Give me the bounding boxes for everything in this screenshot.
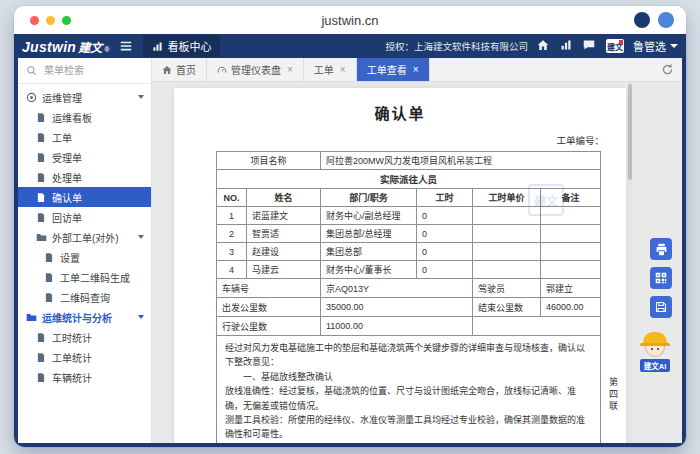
sidebar-item[interactable]: 处理单	[18, 167, 151, 187]
sidebar-item[interactable]: 工时统计	[18, 327, 151, 347]
sidebar-item[interactable]: 运维管理	[18, 87, 151, 107]
floating-toolbar	[650, 238, 672, 318]
scrollbar-thumb[interactable]	[628, 84, 632, 180]
doc-icon	[36, 112, 47, 123]
tabs-container: 首页管理仪表盘×工单×工单查看×	[152, 58, 430, 81]
folder-icon	[26, 312, 37, 323]
total-km-empty-cell	[473, 317, 601, 336]
total-km-row: 行驶公里数 11000.00	[217, 317, 601, 336]
sidebar-item[interactable]: 外部工单(对外)	[18, 227, 151, 247]
browser-actions	[634, 12, 686, 28]
doc-icon	[36, 152, 47, 163]
chevron-down-icon	[670, 44, 678, 48]
folder-icon	[36, 232, 47, 243]
end-km-value: 46000.00	[541, 298, 601, 317]
driver-value: 郭建立	[541, 279, 601, 298]
justwin-logo: Justwin 建文 ®	[22, 38, 109, 55]
sidebar-item-label: 受理单	[52, 150, 82, 165]
logo-registered-mark: ®	[104, 46, 109, 53]
tab-item[interactable]: 工单×	[304, 58, 357, 81]
url-text: justwin.cn	[14, 13, 686, 28]
personnel-column-header: 工时	[417, 189, 473, 207]
tab-close-icon[interactable]: ×	[413, 65, 419, 75]
logo-text-cn: 建文	[78, 38, 102, 55]
sidebar-item[interactable]: 确认单	[18, 187, 151, 207]
sidebar-item[interactable]: 设置	[18, 247, 151, 267]
ai-assistant-mascot[interactable]: 建文AI	[634, 332, 676, 372]
main-panel: 首页管理仪表盘×工单×工单查看× 确认单 工单编号：	[152, 58, 682, 443]
sidebar-item[interactable]: 二维码查询	[18, 287, 151, 307]
kanban-center-button[interactable]: 看板中心	[143, 35, 220, 57]
personnel-cell	[541, 261, 601, 279]
personnel-cell: 0	[417, 261, 473, 279]
sidebar-item-label: 运维看板	[52, 110, 92, 125]
tab-item[interactable]: 管理仪表盘×	[207, 58, 304, 81]
sidebar-item[interactable]: 车辆统计	[18, 367, 151, 387]
close-window-button[interactable]	[30, 16, 39, 25]
window-action-blue-button[interactable]	[658, 12, 674, 28]
window-action-dark-button[interactable]	[634, 12, 650, 28]
doc-icon	[44, 252, 55, 263]
tab-close-icon[interactable]: ×	[340, 65, 346, 75]
print-button[interactable]	[650, 238, 672, 260]
remark-line: 一、基础放线整改确认	[225, 370, 592, 384]
sidebar-item[interactable]: 运维看板	[18, 107, 151, 127]
sidebar-item-label: 工单	[52, 130, 72, 145]
dashboard-icon	[152, 41, 163, 52]
refresh-icon[interactable]	[661, 63, 674, 76]
home-icon[interactable]	[537, 39, 551, 53]
personnel-cell: 财务中心/董事长	[321, 261, 417, 279]
sidebar-item-label: 工单二维码生成	[60, 270, 130, 285]
menu-search-input[interactable]	[42, 64, 143, 77]
qrcode-button[interactable]	[650, 267, 672, 289]
sidebar-item[interactable]: 运维统计与分析	[18, 307, 151, 327]
personnel-cell: 0	[417, 225, 473, 243]
menu-search[interactable]	[18, 58, 151, 84]
vehicle-no-label: 车辆号	[217, 279, 321, 298]
start-km-value: 35000.00	[321, 298, 473, 317]
sidebar-item[interactable]: 工单	[18, 127, 151, 147]
sidebar-item[interactable]: 受理单	[18, 147, 151, 167]
remark-text: 经过对风力发电基础施工中的垫层和基础浇筑两个关键步骤的详细审查与现场核查，确认以…	[225, 341, 592, 442]
tab-item[interactable]: 首页	[152, 58, 207, 81]
remark-line: 测量工具校验：所使用的经纬仪、水准仪等测量工具均经过专业校验，确保其测量数据的准…	[225, 413, 592, 442]
order-number-label: 工单编号：	[192, 133, 604, 147]
user-menu[interactable]: 鲁管选	[633, 38, 678, 54]
personnel-cell	[541, 225, 601, 243]
license-text: 授权：上海建文软件科技有限公司	[385, 39, 528, 53]
km-row: 出发公里数 35000.00 结束公里数 46000.00	[217, 298, 601, 317]
chevron-down-icon	[138, 235, 144, 239]
personnel-cell: 智贾适	[247, 225, 321, 243]
browser-window: justwin.cn Justwin 建文 ® 看板中心 授权：上海建文软	[14, 6, 686, 447]
app-header: Justwin 建文 ® 看板中心 授权：上海建文软件科技有限公司	[18, 34, 682, 58]
sidebar: 运维管理运维看板工单受理单处理单确认单回访单外部工单(对外)设置工单二维码生成二…	[18, 58, 152, 443]
maximize-window-button[interactable]	[62, 16, 71, 25]
sidebar-item[interactable]: 回访单	[18, 207, 151, 227]
project-name-value: 阿拉善200MW风力发电项目风机吊装工程	[321, 152, 601, 170]
personnel-cell: 赵建设	[247, 243, 321, 261]
content-scrollbar[interactable]	[628, 82, 632, 443]
sidebar-item-label: 运维统计与分析	[42, 310, 112, 325]
minimize-window-button[interactable]	[46, 16, 55, 25]
confirmation-document: 确认单 工单编号： 项目名称 阿拉善200MW风力发电项目风机吊装工程	[174, 88, 626, 443]
watermark-stamp: 建文	[528, 184, 564, 216]
tab-label: 首页	[176, 62, 196, 77]
menu-toggle-icon[interactable]	[119, 39, 133, 53]
tab-close-icon[interactable]: ×	[287, 65, 293, 75]
home-icon	[162, 65, 172, 75]
tab-item[interactable]: 工单查看×	[357, 58, 430, 81]
personnel-cell: 财务中心/副总经理	[321, 207, 417, 225]
sidebar-item[interactable]: 工单二维码生成	[18, 267, 151, 287]
stats-icon[interactable]	[560, 39, 574, 53]
personnel-row: 2智贾适集团总部/总经理0	[217, 225, 601, 243]
app-frame: Justwin 建文 ® 看板中心 授权：上海建文软件科技有限公司	[14, 34, 686, 447]
personnel-cell	[473, 261, 541, 279]
brand-badge-text: 建文	[607, 41, 623, 52]
save-button[interactable]	[650, 296, 672, 318]
start-km-label: 出发公里数	[217, 298, 321, 317]
sidebar-item[interactable]: 工单统计	[18, 347, 151, 367]
sidebar-item-label: 二维码查询	[60, 290, 110, 305]
chat-icon[interactable]	[583, 39, 597, 53]
project-row: 项目名称 阿拉善200MW风力发电项目风机吊装工程	[217, 152, 601, 170]
personnel-cell: 1	[217, 207, 247, 225]
